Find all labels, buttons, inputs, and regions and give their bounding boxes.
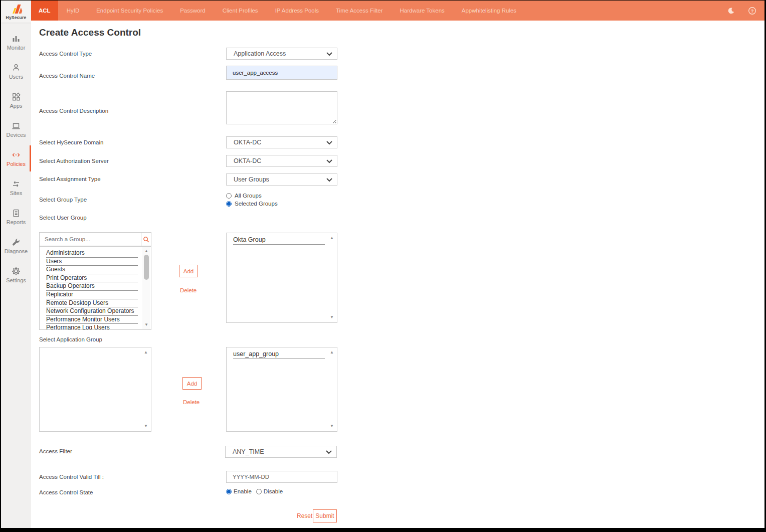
scroll-down-icon[interactable]: ▼ [144, 323, 148, 327]
user-group-available-listbox: Administrators Users Guests Print Operat… [39, 246, 151, 330]
access-filter-value: ANY_TIME [233, 448, 264, 455]
tab-time-access-filter[interactable]: Time Access Filter [327, 1, 392, 21]
radio-enable[interactable] [226, 489, 232, 494]
group-type-option-all[interactable]: All Groups [226, 193, 262, 199]
tab-ip-address-pools[interactable]: IP Address Pools [267, 1, 327, 21]
scroll-up-icon[interactable]: ▲ [330, 350, 334, 354]
radio-all-groups-label: All Groups [235, 193, 262, 199]
hysecure-domain-label: Select HySecure Domain [39, 139, 103, 145]
chevron-down-icon [326, 450, 332, 454]
sidebar-item-devices[interactable]: Devices [1, 115, 31, 144]
scroll-up-icon[interactable]: ▲ [144, 249, 148, 253]
application-group-label: Select Application Group [39, 336, 102, 342]
radio-disable[interactable] [256, 489, 262, 494]
sidebar-item-label: Policies [7, 161, 26, 167]
group-search [39, 232, 151, 246]
sidebar-item-users[interactable]: Users [1, 57, 31, 86]
user-group-add-button[interactable]: Add [179, 265, 198, 277]
sidebar-item-diagnose[interactable]: Diagnose [1, 231, 31, 260]
list-item[interactable]: Remote Desktop Users [46, 299, 138, 308]
access-control-name-input[interactable] [226, 66, 337, 80]
access-control-description-label: Access Control Description [39, 108, 108, 114]
brand-name: HySecure [6, 15, 27, 20]
access-filter-select[interactable]: ANY_TIME [225, 446, 337, 458]
tab-hyid[interactable]: HyID [58, 1, 88, 21]
tab-acl[interactable]: ACL [31, 1, 58, 21]
sidebar-item-settings[interactable]: Settings [1, 260, 31, 289]
dark-mode-moon-icon[interactable] [726, 7, 735, 15]
scroll-down-icon[interactable]: ▼ [330, 424, 334, 428]
list-item[interactable]: Users [46, 258, 138, 266]
list-item[interactable]: Backup Operators [46, 282, 138, 291]
scroll-down-icon[interactable]: ▼ [144, 424, 148, 428]
access-control-type-select[interactable]: Application Access [226, 48, 337, 60]
access-filter-label: Access Filter [39, 448, 72, 454]
access-control-description-textarea[interactable] [226, 91, 337, 124]
access-control-state-options: Enable Disable [226, 488, 283, 494]
tab-endpoint-security-policies[interactable]: Endpoint Security Policies [88, 1, 171, 21]
main-content: Create Access Control Access Control Typ… [31, 21, 764, 528]
list-item[interactable]: Performance Monitor Users [46, 316, 138, 324]
group-search-input[interactable] [40, 233, 141, 246]
list-item[interactable]: Okta Group [233, 236, 325, 245]
document-icon [12, 209, 21, 218]
reset-link[interactable]: Reset [297, 512, 312, 519]
chevron-down-icon [326, 159, 332, 163]
user-group-delete-link[interactable]: Delete [180, 287, 197, 293]
sidebar-item-label: Settings [6, 277, 26, 283]
hysecure-domain-select[interactable]: OKTA-DC [226, 136, 337, 148]
scrollbar-thumb[interactable] [144, 255, 149, 280]
chevron-down-icon [326, 178, 332, 182]
list-item[interactable]: user_app_group [233, 350, 325, 359]
code-brackets-icon [12, 150, 21, 159]
help-icon[interactable]: ? [748, 7, 756, 15]
wrench-icon [12, 238, 21, 247]
tab-client-profiles[interactable]: Client Profiles [214, 1, 267, 21]
user-group-label: Select User Group [39, 215, 87, 221]
group-search-button[interactable] [141, 233, 151, 246]
tab-hardware-tokens[interactable]: Hardware Tokens [392, 1, 453, 21]
chevron-down-icon [326, 141, 332, 145]
application-group-available-listbox: ▲ ▼ [39, 347, 151, 432]
radio-selected-groups-label: Selected Groups [235, 201, 278, 207]
gear-icon [12, 267, 21, 276]
sidebar: HySecure Monitor Users Apps [1, 1, 31, 528]
sidebar-item-apps[interactable]: Apps [1, 86, 31, 115]
application-group-add-button[interactable]: Add [182, 377, 202, 390]
application-group-delete-link[interactable]: Delete [183, 399, 200, 405]
assignment-type-label: Select Assignment Type [39, 176, 101, 182]
sidebar-item-sites[interactable]: Sites [1, 173, 31, 202]
group-type-option-selected[interactable]: Selected Groups [226, 201, 278, 207]
access-control-name-label: Access Control Name [39, 73, 95, 79]
radio-selected-groups[interactable] [226, 201, 232, 207]
submit-button[interactable]: Submit [313, 509, 337, 522]
authorization-server-value: OKTA-DC [234, 157, 261, 164]
listbox-scrollbar[interactable]: ▲ ▼ [142, 247, 150, 329]
hysecure-domain-value: OKTA-DC [234, 139, 261, 146]
sidebar-item-policies[interactable]: Policies [1, 144, 31, 173]
hysecure-logo-icon [9, 4, 24, 15]
scroll-down-icon[interactable]: ▼ [330, 315, 334, 319]
sidebar-item-monitor[interactable]: Monitor [1, 28, 31, 57]
list-item[interactable]: Guests [46, 266, 138, 274]
scroll-up-icon[interactable]: ▲ [330, 236, 334, 240]
tab-appwhitelisting-rules[interactable]: Appwhitelisting Rules [453, 1, 525, 21]
list-item[interactable]: Performance Log Users [46, 324, 138, 330]
tab-password[interactable]: Password [171, 1, 214, 21]
list-item[interactable]: Print Operators [46, 274, 138, 283]
sidebar-item-reports[interactable]: Reports [1, 202, 31, 231]
radio-all-groups[interactable] [226, 193, 232, 199]
list-item[interactable]: Network Configuration Operators [46, 307, 138, 316]
brand-logo[interactable]: HySecure [1, 1, 31, 23]
list-item[interactable]: Replicator [46, 291, 138, 299]
valid-till-label: Access Control Valid Till : [39, 474, 104, 480]
authorization-server-select[interactable]: OKTA-DC [226, 155, 337, 167]
list-item[interactable]: Administrators [46, 249, 138, 258]
sidebar-item-label: Sites [10, 190, 22, 196]
assignment-type-select[interactable]: User Groups [226, 173, 337, 186]
application-group-selected-listbox: user_app_group ▲ ▼ [226, 347, 337, 432]
scroll-up-icon[interactable]: ▲ [144, 350, 148, 354]
valid-till-input[interactable] [226, 471, 337, 483]
sidebar-item-label: Users [9, 74, 24, 80]
sidebar-item-label: Devices [6, 132, 26, 138]
